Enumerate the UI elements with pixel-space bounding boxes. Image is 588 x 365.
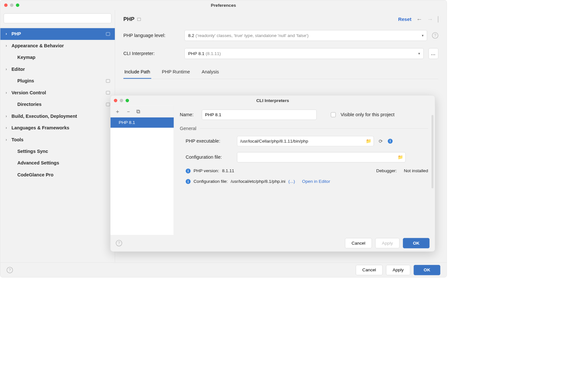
open-in-editor-link[interactable]: Open in Editor [302,179,330,184]
name-label: Name: [180,112,197,117]
preferences-cancel-button[interactable]: Cancel [356,265,383,275]
cli-interpreter-label: CLI Interpreter: [123,51,180,56]
reload-icon[interactable]: ⟳ [379,138,383,144]
sidebar-item-label: Build, Execution, Deployment [12,114,115,119]
sidebar-item-advanced-settings[interactable]: Advanced Settings [0,157,115,169]
config-file-label: Configuration file: [186,154,232,160]
divider [200,128,428,129]
window-title: Preferences [0,3,447,8]
chevron-right-icon: › [5,137,8,142]
help-icon[interactable]: ? [432,32,439,39]
sidebar-item-label: Keymap [17,55,115,60]
sidebar-item-label: CodeGlance Pro [17,172,115,178]
interpreter-list-panel: ＋ － ⧉ PHP 8.1 [111,106,174,235]
tab-php-runtime[interactable]: PHP Runtime [161,67,191,79]
sidebar-item-label: Languages & Frameworks [12,125,115,131]
dialog-cancel-button[interactable]: Cancel [345,238,372,248]
sidebar-item-languages-frameworks[interactable]: ›Languages & Frameworks [0,122,115,134]
php-version-label: PHP version: [194,168,219,173]
cli-interpreter-browse-button[interactable]: ... [429,48,438,59]
interpreter-list-item[interactable]: PHP 8.1 [111,117,174,128]
tab-analysis[interactable]: Analysis [201,67,220,79]
chevron-right-icon: › [5,90,8,95]
sidebar-item-editor[interactable]: ›Editor [0,63,115,75]
preferences-footer: ? Cancel Apply OK [0,262,447,277]
add-interpreter-button[interactable]: ＋ [115,108,120,115]
chevron-right-icon: › [5,32,8,36]
folder-icon[interactable]: 📁 [398,154,403,160]
dialog-title: CLI Interpreters [111,98,435,103]
sidebar-item-label: Tools [12,137,115,143]
project-scope-icon [106,79,110,83]
dialog-apply-button[interactable]: Apply [375,238,399,248]
sidebar-item-build-execution-deployment[interactable]: ›Build, Execution, Deployment [0,110,115,122]
project-scope-icon [137,18,141,21]
sidebar-item-codeglance-pro[interactable]: CodeGlance Pro [0,169,115,181]
footer-help-button[interactable]: ? [7,267,13,273]
window-titlebar: Preferences [0,0,447,10]
copy-interpreter-button[interactable]: ⧉ [136,108,140,115]
sidebar-item-label: Editor [12,67,115,72]
config-info-value: /usr/local/etc/php/8.1/php.ini [231,179,285,184]
info-icon: i [186,168,191,173]
visible-only-label: Visible only for this project [340,112,394,117]
sidebar-item-label: Advanced Settings [17,161,115,166]
chevron-right-icon: › [5,43,8,48]
sidebar-search-input[interactable] [4,14,111,23]
tab-include-path[interactable]: Include Path [123,67,151,79]
sidebar-item-php[interactable]: ›PHP [0,28,115,40]
php-language-level-select[interactable]: 8.2 ('readonly' classes, 'true' type, st… [185,30,427,41]
config-info-label: Configuration file: [194,179,228,184]
php-executable-value: /usr/local/Cellar/php/8.1.11/bin/php [240,139,308,144]
chevron-right-icon: › [5,126,8,130]
sidebar-item-keymap[interactable]: Keymap [0,51,115,63]
php-version-value: 8.1.11 [222,168,234,173]
interpreter-detail-panel: Name: Visible only for this project Gene… [174,106,435,235]
config-more-link[interactable]: (...) [288,179,295,184]
sidebar-item-settings-sync[interactable]: Settings Sync [0,145,115,157]
php-language-level-label: PHP language level: [123,33,180,38]
sidebar-item-label: Version Control [12,90,103,96]
preferences-sidebar: 🔍▾ ›PHP›Appearance & BehaviorKeymap›Edit… [0,10,115,262]
php-language-level-value: 8.2 [188,33,194,38]
visible-only-checkbox[interactable] [331,112,336,117]
php-executable-label: PHP executable: [186,138,232,144]
php-language-level-hint: ('readonly' classes, 'true' type, standa… [195,33,309,38]
dialog-help-button[interactable]: ? [116,240,122,247]
project-scope-icon [106,91,110,95]
nav-back-button[interactable]: ← [416,16,422,23]
sidebar-item-label: Settings Sync [17,149,115,154]
debugger-value: Not installed [404,168,428,173]
reset-link[interactable]: Reset [398,16,411,22]
scrollbar[interactable] [431,115,433,188]
cli-interpreters-dialog: CLI Interpreters ＋ － ⧉ PHP 8.1 Name: Vis… [110,95,435,252]
sidebar-item-label: PHP [12,31,103,37]
sidebar-item-directories[interactable]: Directories [0,98,115,110]
project-scope-icon [106,32,110,36]
remove-interpreter-button[interactable]: － [126,108,131,115]
divider [438,16,439,23]
chevron-right-icon: › [5,114,8,118]
project-scope-icon [106,103,110,106]
sidebar-item-appearance-behavior[interactable]: ›Appearance & Behavior [0,40,115,51]
preferences-apply-button[interactable]: Apply [386,265,410,275]
chevron-right-icon: › [5,67,8,71]
sidebar-item-label: Appearance & Behavior [12,43,115,49]
cli-interpreter-value: PHP 8.1 [188,51,204,56]
page-title: PHP [123,16,134,23]
cli-interpreter-select[interactable]: PHP 8.1 (8.1.11) [185,48,424,59]
debugger-label: Debugger: [376,168,397,173]
preferences-ok-button[interactable]: OK [414,265,440,275]
sidebar-item-tools[interactable]: ›Tools [0,134,115,145]
cli-interpreter-hint: (8.1.11) [206,51,221,56]
sidebar-item-plugins[interactable]: Plugins [0,75,115,87]
info-icon[interactable]: i [388,139,393,144]
folder-icon[interactable]: 📁 [366,138,371,144]
nav-forward-button[interactable]: → [427,16,433,23]
info-icon: i [186,179,191,184]
interpreter-name-input[interactable] [202,109,317,120]
sidebar-item-label: Plugins [17,78,103,84]
sidebar-item-version-control[interactable]: ›Version Control [0,87,115,98]
general-section-label: General [180,126,196,131]
dialog-ok-button[interactable]: OK [403,238,430,248]
